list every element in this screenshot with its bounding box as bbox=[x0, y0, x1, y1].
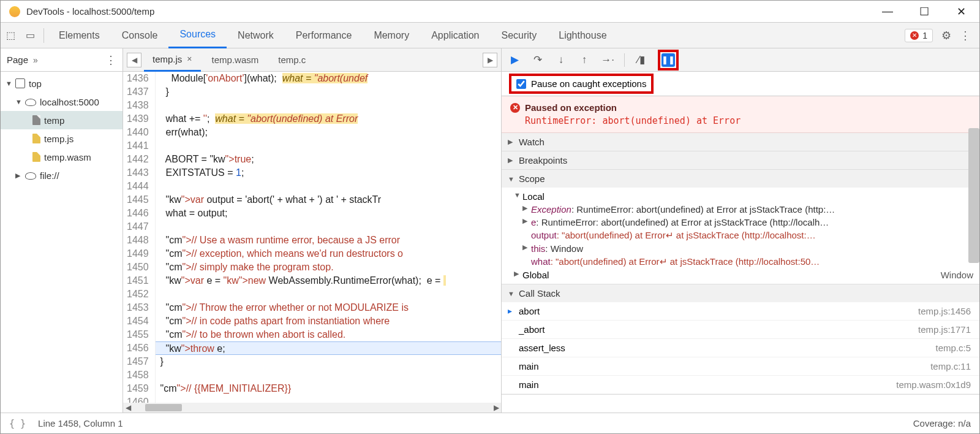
tree-file-temp[interactable]: temp bbox=[1, 111, 123, 129]
more-menu-icon[interactable]: ⋮ bbox=[960, 29, 971, 42]
resume-icon[interactable]: ▶ bbox=[508, 53, 521, 66]
scope-row[interactable]: output: "abort(undefined) at Error↵ at j… bbox=[502, 229, 979, 242]
section-watch[interactable]: ▶Watch bbox=[502, 133, 979, 151]
section-scope[interactable]: ▼Scope bbox=[502, 170, 979, 188]
editor-footer: { } Line 1458, Column 1 Coverage: n/a bbox=[1, 413, 979, 433]
nav-back-icon[interactable]: ◀ bbox=[127, 53, 141, 67]
tab-application[interactable]: Application bbox=[420, 23, 490, 48]
debugger-pane: ▶ ↷ ↓ ↑ →· ⁄▮ ❚❚ Pause on caught excepti… bbox=[502, 48, 979, 413]
callstack-frame[interactable]: maintemp.wasm:0x1d9 bbox=[502, 376, 979, 394]
code-lines[interactable]: Module['onAbort'](what); what = "abort(u… bbox=[156, 72, 501, 403]
sidebar-more-icon[interactable]: ⋮ bbox=[105, 53, 116, 67]
sources-sidebar: Page » ⋮ ▼top ▼localhost:5000 temp temp.… bbox=[1, 48, 123, 413]
pause-checkbox-highlight: Pause on caught exceptions bbox=[509, 74, 654, 94]
scope-row[interactable]: what: "abort(undefined) at Error↵ at jsS… bbox=[502, 255, 979, 268]
tab-security[interactable]: Security bbox=[490, 23, 548, 48]
scope-global[interactable]: ▶GlobalWindow bbox=[502, 268, 979, 281]
callstack-frame[interactable]: assert_lesstemp.c:5 bbox=[502, 339, 979, 357]
code-editor-pane: ◀ temp.js× temp.wasm temp.c ▶ 1436143714… bbox=[123, 48, 502, 413]
run-snippet-icon[interactable]: ▶ bbox=[483, 53, 497, 67]
minimize-button[interactable]: — bbox=[869, 1, 906, 23]
paused-title: Paused on exception bbox=[525, 102, 617, 113]
pause-on-exceptions-button[interactable]: ❚❚ bbox=[662, 53, 675, 67]
tab-sources[interactable]: Sources bbox=[168, 23, 227, 48]
editor-tab-tempjs[interactable]: temp.js× bbox=[144, 48, 201, 72]
tree-file-scheme[interactable]: ▶file:// bbox=[1, 166, 123, 185]
maximize-button[interactable]: ☐ bbox=[906, 1, 943, 23]
devtools-tabbar: ⬚ ▭ Elements Console Sources Network Per… bbox=[1, 23, 979, 48]
debugger-toolbar: ▶ ↷ ↓ ↑ →· ⁄▮ ❚❚ bbox=[502, 48, 979, 72]
tab-console[interactable]: Console bbox=[111, 23, 169, 48]
callstack-frame[interactable]: maintemp.c:11 bbox=[502, 357, 979, 376]
deactivate-breakpoints-icon[interactable]: ⁄▮ bbox=[635, 53, 648, 66]
pause-exceptions-highlight: ❚❚ bbox=[658, 50, 679, 70]
pause-caught-checkbox[interactable] bbox=[516, 79, 526, 89]
page-icon bbox=[32, 115, 40, 125]
close-tab-icon[interactable]: × bbox=[187, 54, 192, 64]
error-count-chip[interactable]: ✕ 1 bbox=[905, 29, 933, 42]
error-icon: ✕ bbox=[510, 103, 520, 113]
editor-tab-tempc[interactable]: temp.c bbox=[270, 48, 314, 72]
chevron-right-icon[interactable]: » bbox=[33, 55, 38, 65]
divider bbox=[43, 28, 44, 43]
divider bbox=[624, 53, 625, 67]
step-icon[interactable]: →· bbox=[601, 54, 614, 66]
step-out-icon[interactable]: ↑ bbox=[578, 54, 591, 66]
scope-row[interactable]: ▶e: RuntimeError: abort(undefined) at Er… bbox=[502, 216, 979, 229]
tree-file-tempjs[interactable]: temp.js bbox=[1, 129, 123, 148]
vertical-scrollbar[interactable] bbox=[968, 128, 979, 263]
settings-gear-icon[interactable]: ⚙ bbox=[941, 29, 951, 42]
window-icon bbox=[15, 78, 25, 88]
cursor-position: Line 1458, Column 1 bbox=[38, 418, 123, 428]
cloud-icon bbox=[25, 172, 36, 180]
close-window-button[interactable]: ✕ bbox=[943, 1, 979, 23]
tab-memory[interactable]: Memory bbox=[363, 23, 420, 48]
tree-top[interactable]: ▼top bbox=[1, 74, 123, 93]
coverage-label: Coverage: n/a bbox=[913, 418, 971, 428]
tab-network[interactable]: Network bbox=[227, 23, 285, 48]
scope-body: ▼Local ▶Exception: RuntimeError: abort(u… bbox=[502, 188, 979, 284]
cloud-icon bbox=[25, 99, 36, 106]
callstack-frame[interactable]: _aborttemp.js:1771 bbox=[502, 321, 979, 339]
tree-file-tempwasm[interactable]: temp.wasm bbox=[1, 148, 123, 166]
step-over-icon[interactable]: ↷ bbox=[531, 53, 545, 66]
callstack-frame[interactable]: ▸aborttemp.js:1456 bbox=[502, 302, 979, 321]
scope-row[interactable]: ▶this: Window bbox=[502, 242, 979, 255]
scroll-right-icon[interactable]: ▶ bbox=[491, 403, 501, 412]
tab-performance[interactable]: Performance bbox=[285, 23, 363, 48]
scroll-left-icon[interactable]: ◀ bbox=[123, 403, 133, 412]
tab-lighthouse[interactable]: Lighthouse bbox=[548, 23, 617, 48]
paused-message: RuntimeError: abort(undefined) at Error bbox=[525, 115, 971, 126]
window-titlebar: DevTools - localhost:5000/temp — ☐ ✕ bbox=[1, 1, 979, 23]
tab-elements[interactable]: Elements bbox=[48, 23, 111, 48]
section-callstack[interactable]: ▼Call Stack bbox=[502, 284, 979, 302]
editor-tabbar: ◀ temp.js× temp.wasm temp.c ▶ bbox=[123, 48, 501, 72]
line-gutter: 1436143714381439144014411442144314441445… bbox=[123, 72, 156, 403]
file-icon bbox=[32, 152, 40, 162]
sidebar-header: Page » ⋮ bbox=[1, 48, 123, 72]
devtools-logo-icon bbox=[9, 6, 20, 17]
device-toolbar-icon[interactable]: ▭ bbox=[20, 29, 40, 41]
scroll-thumb[interactable] bbox=[145, 404, 182, 411]
error-icon: ✕ bbox=[910, 31, 919, 40]
editor-tab-tempwasm[interactable]: temp.wasm bbox=[203, 48, 268, 72]
window-title: DevTools - localhost:5000/temp bbox=[26, 6, 154, 17]
horizontal-scrollbar[interactable]: ◀ ▶ bbox=[123, 403, 501, 413]
section-breakpoints[interactable]: ▶Breakpoints bbox=[502, 151, 979, 169]
paused-banner: ✕Paused on exception RuntimeError: abort… bbox=[502, 96, 979, 133]
pretty-print-icon[interactable]: { } bbox=[9, 418, 26, 429]
file-tree: ▼top ▼localhost:5000 temp temp.js temp.w… bbox=[1, 72, 123, 413]
file-icon bbox=[32, 134, 40, 143]
pause-checkbox-row: Pause on caught exceptions bbox=[502, 72, 979, 96]
tree-host[interactable]: ▼localhost:5000 bbox=[1, 93, 123, 111]
step-into-icon[interactable]: ↓ bbox=[554, 54, 568, 66]
error-count: 1 bbox=[922, 31, 927, 40]
pause-caught-label: Pause on caught exceptions bbox=[531, 78, 646, 89]
sidebar-page-label[interactable]: Page bbox=[7, 55, 28, 65]
code-area[interactable]: 1436143714381439144014411442144314441445… bbox=[123, 72, 501, 403]
scope-row[interactable]: ▶Exception: RuntimeError: abort(undefine… bbox=[502, 203, 979, 216]
inspect-element-icon[interactable]: ⬚ bbox=[1, 29, 20, 41]
scope-local[interactable]: ▼Local bbox=[502, 190, 979, 203]
callstack-body: ▸aborttemp.js:1456_aborttemp.js:1771asse… bbox=[502, 302, 979, 394]
